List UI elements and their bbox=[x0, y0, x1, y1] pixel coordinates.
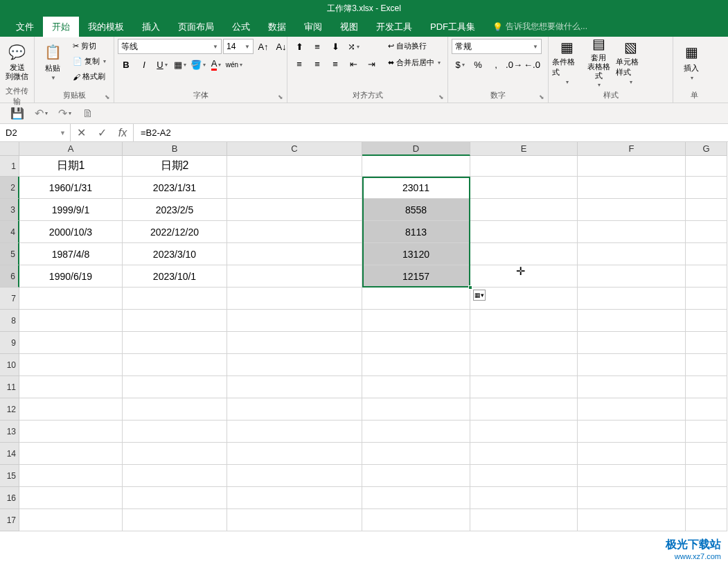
cell-C1[interactable] bbox=[227, 156, 362, 177]
cell-D3[interactable]: 8558 bbox=[362, 199, 470, 221]
cell-G7[interactable] bbox=[686, 288, 727, 310]
row-header[interactable]: 10 bbox=[0, 354, 19, 376]
tab-开发工具[interactable]: 开发工具 bbox=[367, 17, 421, 37]
tell-me-search[interactable]: 💡告诉我您想要做什么... bbox=[492, 21, 587, 33]
tab-数据[interactable]: 数据 bbox=[259, 17, 295, 37]
align-left-button[interactable]: ≡ bbox=[291, 56, 308, 71]
tab-页面布局[interactable]: 页面布局 bbox=[169, 17, 223, 37]
cell-D13[interactable] bbox=[362, 421, 470, 443]
row-header[interactable]: 2 bbox=[0, 177, 19, 199]
cell-A11[interactable] bbox=[19, 376, 123, 398]
align-right-button[interactable]: ≡ bbox=[327, 56, 344, 71]
row-header[interactable]: 11 bbox=[0, 376, 19, 398]
cell-C9[interactable] bbox=[227, 332, 362, 354]
cell-G4[interactable] bbox=[686, 221, 727, 243]
cell-C17[interactable] bbox=[227, 509, 362, 531]
comma-button[interactable]: , bbox=[488, 57, 504, 72]
bold-button[interactable]: B bbox=[118, 57, 134, 72]
tab-公式[interactable]: 公式 bbox=[223, 17, 259, 37]
font-name-combo[interactable]: 等线▼ bbox=[118, 39, 222, 54]
col-header-D[interactable]: D bbox=[362, 142, 470, 156]
align-top-button[interactable]: ⬆ bbox=[291, 39, 308, 54]
cell-B1[interactable]: 日期2 bbox=[123, 156, 227, 177]
cell-F1[interactable] bbox=[578, 156, 686, 177]
cell-B11[interactable] bbox=[123, 376, 227, 398]
cell-C11[interactable] bbox=[227, 376, 362, 398]
cell-G11[interactable] bbox=[686, 376, 727, 398]
row-header[interactable]: 5 bbox=[0, 243, 19, 265]
row-header[interactable]: 14 bbox=[0, 443, 19, 465]
row-header[interactable]: 6 bbox=[0, 265, 19, 288]
cell-B12[interactable] bbox=[123, 398, 227, 421]
cell-B8[interactable] bbox=[123, 310, 227, 332]
cell-E14[interactable] bbox=[470, 443, 578, 465]
cell-C10[interactable] bbox=[227, 354, 362, 376]
cell-A6[interactable]: 1990/6/19 bbox=[19, 265, 123, 288]
cell-A1[interactable]: 日期1 bbox=[19, 156, 123, 177]
cell-E3[interactable] bbox=[470, 199, 578, 221]
cell-A15[interactable] bbox=[19, 465, 123, 487]
cell-G17[interactable] bbox=[686, 509, 727, 531]
increase-font-button[interactable]: A↑ bbox=[255, 39, 272, 54]
indent-inc-button[interactable]: ⇥ bbox=[363, 56, 380, 71]
fx-button[interactable]: fx bbox=[112, 124, 133, 141]
row-header[interactable]: 16 bbox=[0, 487, 19, 509]
col-header-F[interactable]: F bbox=[578, 142, 686, 156]
cell-B9[interactable] bbox=[123, 332, 227, 354]
cell-C5[interactable] bbox=[227, 243, 362, 265]
cell-G15[interactable] bbox=[686, 465, 727, 487]
cell-B13[interactable] bbox=[123, 421, 227, 443]
cell-B5[interactable]: 2023/3/10 bbox=[123, 243, 227, 265]
spreadsheet-grid[interactable]: ABCDEFG 1日期1日期221960/1/312023/1/31230113… bbox=[0, 142, 728, 531]
send-wechat-button[interactable]: 💬发送 到微信 bbox=[3, 39, 30, 85]
cell-D12[interactable] bbox=[362, 398, 470, 421]
cell-E15[interactable] bbox=[470, 465, 578, 487]
cell-E1[interactable] bbox=[470, 156, 578, 177]
tab-我的模板[interactable]: 我的模板 bbox=[79, 17, 133, 37]
print-preview-button[interactable]: 🗎 bbox=[81, 107, 95, 121]
cell-D1[interactable] bbox=[362, 156, 470, 177]
cell-G16[interactable] bbox=[686, 487, 727, 509]
cell-C2[interactable] bbox=[227, 177, 362, 199]
save-button[interactable]: 💾 bbox=[10, 107, 24, 121]
wrap-text-button[interactable]: ↩自动换行 bbox=[385, 39, 443, 53]
currency-button[interactable]: $▾ bbox=[452, 57, 468, 72]
cell-A14[interactable] bbox=[19, 443, 123, 465]
cell-D15[interactable] bbox=[362, 465, 470, 487]
cell-F9[interactable] bbox=[578, 332, 686, 354]
cell-C12[interactable] bbox=[227, 398, 362, 421]
cell-B4[interactable]: 2022/12/20 bbox=[123, 221, 227, 243]
cell-F14[interactable] bbox=[578, 443, 686, 465]
dec-decimal-button[interactable]: ←.0 bbox=[524, 57, 540, 72]
cell-C14[interactable] bbox=[227, 443, 362, 465]
tab-PDF工具集[interactable]: PDF工具集 bbox=[421, 17, 484, 37]
percent-button[interactable]: % bbox=[470, 57, 486, 72]
col-header-B[interactable]: B bbox=[123, 142, 227, 156]
cell-C13[interactable] bbox=[227, 421, 362, 443]
align-center-button[interactable]: ≡ bbox=[309, 56, 326, 71]
cell-B14[interactable] bbox=[123, 443, 227, 465]
cell-A16[interactable] bbox=[19, 487, 123, 509]
cell-C8[interactable] bbox=[227, 310, 362, 332]
insert-cells-button[interactable]: ▦插入▾ bbox=[677, 39, 706, 85]
autofill-options-button[interactable]: ▦▾ bbox=[473, 290, 486, 301]
row-header[interactable]: 9 bbox=[0, 332, 19, 354]
cell-A4[interactable]: 2000/10/3 bbox=[19, 221, 123, 243]
row-header[interactable]: 12 bbox=[0, 398, 19, 421]
cell-F16[interactable] bbox=[578, 487, 686, 509]
cell-E5[interactable] bbox=[470, 243, 578, 265]
cell-F6[interactable] bbox=[578, 265, 686, 288]
cell-D4[interactable]: 8113 bbox=[362, 221, 470, 243]
cell-B10[interactable] bbox=[123, 354, 227, 376]
italic-button[interactable]: I bbox=[136, 57, 152, 72]
cell-D10[interactable] bbox=[362, 354, 470, 376]
cell-G12[interactable] bbox=[686, 398, 727, 421]
cell-E10[interactable] bbox=[470, 354, 578, 376]
cell-G5[interactable] bbox=[686, 243, 727, 265]
row-header[interactable]: 4 bbox=[0, 221, 19, 243]
tab-插入[interactable]: 插入 bbox=[133, 17, 169, 37]
cell-B6[interactable]: 2023/10/1 bbox=[123, 265, 227, 288]
tab-开始[interactable]: 开始 bbox=[43, 17, 79, 37]
cell-E8[interactable] bbox=[470, 310, 578, 332]
cell-A7[interactable] bbox=[19, 288, 123, 310]
